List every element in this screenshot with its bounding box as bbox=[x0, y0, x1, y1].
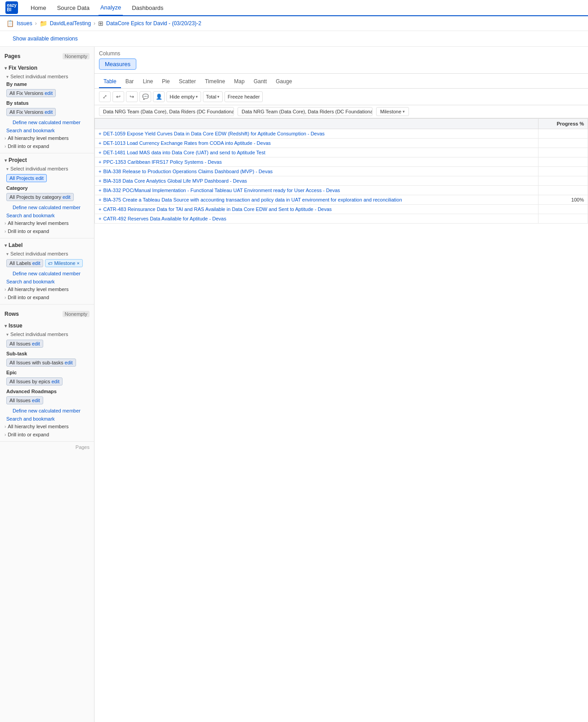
issue-drill-into[interactable]: › Drill into or expand bbox=[0, 431, 94, 439]
label-drill-into[interactable]: › Drill into or expand bbox=[0, 293, 94, 301]
label-title[interactable]: ▾ Label bbox=[0, 240, 94, 250]
expand-icon[interactable]: + bbox=[99, 216, 101, 221]
issue-subtask-edit[interactable]: edit bbox=[65, 360, 73, 365]
project-category-edit[interactable]: edit bbox=[63, 194, 71, 200]
expand-icon[interactable]: + bbox=[99, 159, 101, 165]
total-select[interactable]: Total ▾ bbox=[203, 91, 223, 102]
fix-version-status-tag[interactable]: All Fix Versions edit bbox=[6, 108, 56, 116]
tab-timeline[interactable]: Timeline bbox=[200, 76, 229, 88]
comment-button[interactable]: 💬 bbox=[139, 91, 151, 102]
expand-icon[interactable]: + bbox=[99, 131, 101, 136]
tab-scatter[interactable]: Scatter bbox=[174, 76, 200, 88]
expand-icon[interactable]: + bbox=[99, 197, 101, 202]
label-search-link[interactable]: Search and bookmark bbox=[0, 278, 94, 285]
tab-map[interactable]: Map bbox=[229, 76, 249, 88]
project-category: Category bbox=[0, 184, 94, 191]
fullscreen-button[interactable]: ⤢ bbox=[99, 91, 111, 102]
tab-table[interactable]: Table bbox=[99, 76, 121, 88]
project-title[interactable]: ▾ Project bbox=[0, 155, 94, 165]
issue-all-hierarchy[interactable]: › All hierarchy level members bbox=[0, 422, 94, 431]
issue-cell[interactable]: +DET-1059 Expose Yield Curves Data in Da… bbox=[95, 129, 539, 139]
pages-badge[interactable]: Nonempty bbox=[63, 53, 90, 59]
label-milestone-close[interactable]: × bbox=[77, 260, 80, 266]
fix-version-status-edit[interactable]: edit bbox=[45, 109, 53, 115]
project-select-individual[interactable]: ▾ Select individual members bbox=[0, 165, 94, 172]
content-area: Columns Measures Table Bar Line Pie Scat… bbox=[94, 47, 588, 722]
nav-analyze[interactable]: Analyze bbox=[99, 0, 123, 16]
redo-button[interactable]: ↪ bbox=[126, 91, 138, 102]
breadcrumb-report[interactable]: DataCore Epics for David - (03/20/23)-2 bbox=[106, 20, 201, 27]
label-select-individual[interactable]: ▾ Select individual members bbox=[0, 250, 94, 257]
issue-cell[interactable]: +DET-1481 Load MAS data into Data Core (… bbox=[95, 148, 539, 157]
project-search-link[interactable]: Search and bookmark bbox=[0, 212, 94, 219]
issue-advanced-tag[interactable]: All Issues edit bbox=[6, 396, 43, 404]
table-row: +BIA-332 POC/Manual Implementation - Fun… bbox=[95, 186, 588, 195]
measures-tag[interactable]: Measures bbox=[99, 58, 136, 70]
project-define-link[interactable]: Define new calculated member bbox=[6, 204, 87, 211]
project-all-edit[interactable]: edit bbox=[36, 175, 44, 181]
issue-search-link[interactable]: Search and bookmark bbox=[0, 415, 94, 422]
issue-all-tag[interactable]: All Issues edit bbox=[6, 340, 43, 348]
fix-version-define-link[interactable]: Define new calculated member bbox=[6, 119, 87, 126]
share-button[interactable]: 👤 bbox=[153, 91, 165, 102]
issue-advanced-edit[interactable]: edit bbox=[32, 398, 40, 403]
fix-version-title[interactable]: ▾ Fix Version bbox=[0, 63, 94, 73]
rows-badge[interactable]: Nonempty bbox=[63, 311, 90, 317]
undo-button[interactable]: ↩ bbox=[112, 91, 124, 102]
issue-cell[interactable]: +DET-1013 Load Currency Exchange Rates f… bbox=[95, 139, 539, 148]
project-category-tag[interactable]: All Projects by category edit bbox=[6, 193, 74, 201]
label-milestone-tag[interactable]: 🏷 Milestone × bbox=[45, 259, 83, 267]
hide-empty-select[interactable]: Hide empty ▾ bbox=[166, 91, 201, 102]
issue-epic-edit[interactable]: edit bbox=[51, 379, 59, 384]
project-all-hierarchy[interactable]: › All hierarchy level members bbox=[0, 219, 94, 227]
tab-line[interactable]: Line bbox=[138, 76, 157, 88]
label-all-edit[interactable]: edit bbox=[32, 260, 40, 266]
nav-source-data[interactable]: Source Data bbox=[55, 0, 91, 16]
breadcrumb-issues[interactable]: Issues bbox=[17, 20, 32, 27]
nav-dashboards[interactable]: Dashboards bbox=[130, 0, 165, 16]
filter-dropdown-3[interactable]: Milestone ▾ bbox=[376, 107, 409, 116]
expand-icon[interactable]: + bbox=[99, 169, 101, 174]
show-dimensions-link[interactable]: Show available dimensions bbox=[6, 33, 582, 45]
issue-cell[interactable]: +CATR-492 Reserves Data Available for Ap… bbox=[95, 214, 539, 224]
fix-version-drill-into[interactable]: › Drill into or expand bbox=[0, 142, 94, 150]
expand-icon[interactable]: + bbox=[99, 140, 101, 146]
issue-epic-tag[interactable]: All Issues by epics edit bbox=[6, 377, 63, 386]
filter-dropdown-1[interactable]: Data NRG Team (Data Core), Data Riders (… bbox=[99, 107, 234, 116]
progress-cell bbox=[538, 148, 588, 157]
label-all-tag[interactable]: All Labels edit bbox=[6, 259, 43, 267]
freeze-header-btn[interactable]: Freeze header bbox=[224, 91, 263, 102]
fix-version-all-tag[interactable]: All Fix Versions edit bbox=[6, 89, 56, 97]
label-all-hierarchy[interactable]: › All hierarchy level members bbox=[0, 285, 94, 293]
issue-title[interactable]: ▾ Issue bbox=[0, 321, 94, 331]
fix-version-select-individual[interactable]: ▾ Select individual members bbox=[0, 73, 94, 80]
issue-define-link[interactable]: Define new calculated member bbox=[6, 407, 87, 414]
expand-icon[interactable]: + bbox=[99, 150, 101, 155]
fix-version-all-hierarchy[interactable]: › All hierarchy level members bbox=[0, 134, 94, 142]
filter-dropdown-2[interactable]: Data NRG Team (Data Core), Data Riders (… bbox=[238, 107, 373, 116]
nav-home[interactable]: Home bbox=[29, 0, 48, 16]
issue-cell[interactable]: +BIA-338 Release to Production Operation… bbox=[95, 167, 539, 176]
issue-cell[interactable]: +BIA-375 Create a Tableau Data Source wi… bbox=[95, 195, 539, 205]
issue-select-individual[interactable]: ▾ Select individual members bbox=[0, 331, 94, 338]
label-define-link[interactable]: Define new calculated member bbox=[6, 270, 87, 277]
project-all-tag[interactable]: All Projects edit bbox=[6, 174, 47, 182]
breadcrumb-testing[interactable]: DavidLealTesting bbox=[50, 20, 91, 27]
issue-cell[interactable]: +BIA-332 POC/Manual Implementation - Fun… bbox=[95, 186, 539, 195]
issue-all-edit[interactable]: edit bbox=[32, 341, 40, 346]
tab-pie[interactable]: Pie bbox=[157, 76, 174, 88]
tab-gauge[interactable]: Gauge bbox=[271, 76, 296, 88]
tab-gantt[interactable]: Gantt bbox=[249, 76, 271, 88]
fix-version-search-link[interactable]: Search and bookmark bbox=[0, 127, 94, 134]
issue-cell[interactable]: +PPC-1353 Caribbean IFRS17 Policy System… bbox=[95, 157, 539, 167]
issue-cell[interactable]: +CATR-483 Reinsurance Data for TAI and R… bbox=[95, 205, 539, 214]
issue-cell[interactable]: +BIA-318 Data Core Analytics Global Life… bbox=[95, 176, 539, 186]
expand-icon[interactable]: + bbox=[99, 206, 101, 212]
expand-icon[interactable]: + bbox=[99, 178, 101, 184]
table-row: +DET-1481 Load MAS data into Data Core (… bbox=[95, 148, 588, 157]
issue-subtask-tag[interactable]: All Issues with sub-tasks edit bbox=[6, 359, 76, 367]
project-drill-into[interactable]: › Drill into or expand bbox=[0, 227, 94, 235]
tab-bar[interactable]: Bar bbox=[121, 76, 139, 88]
fix-version-all-edit[interactable]: edit bbox=[45, 90, 53, 96]
expand-icon[interactable]: + bbox=[99, 188, 101, 193]
